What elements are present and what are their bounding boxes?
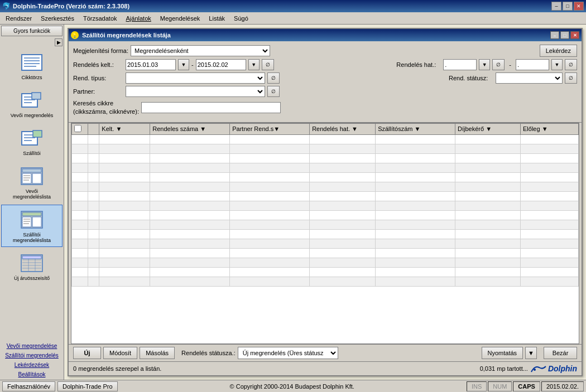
table-row[interactable] — [72, 229, 579, 239]
rendhatz-from-clear-btn[interactable]: ∅ — [492, 59, 505, 70]
table-row[interactable] — [72, 210, 579, 220]
rendkelt-from-input[interactable] — [126, 59, 176, 70]
svg-rect-0 — [22, 55, 42, 70]
link-szallitoi-megrendeles[interactable]: Szállítói megrendelés — [1, 351, 63, 360]
partner-select[interactable] — [126, 86, 265, 97]
col-rendsz-header[interactable]: Rendeles száma ▼ — [150, 123, 230, 134]
svg-rect-9 — [32, 93, 41, 99]
rendkelt-to-calendar-btn[interactable]: ▼ — [248, 59, 260, 70]
table-row[interactable] — [72, 144, 579, 153]
rendhatz-from-input[interactable] — [443, 59, 477, 70]
rendkelt-from-calendar-btn[interactable]: ▼ — [178, 59, 189, 70]
vevoi-icon — [18, 89, 45, 112]
table-row[interactable] — [72, 153, 579, 163]
copy-button[interactable]: Másolás — [140, 347, 175, 359]
rendkelt-clear-btn[interactable]: ∅ — [262, 59, 274, 70]
kereses-label: Keresés cikkre (cikkszámra, cikknévre): — [73, 99, 139, 117]
menu-megendelesek[interactable]: Megendelések — [156, 14, 205, 23]
table-row[interactable] — [72, 182, 579, 191]
col-partner-header[interactable]: Partner Rend.s▼ — [230, 123, 310, 134]
col-szallitoszam-header[interactable]: Szállítószám ▼ — [376, 123, 455, 134]
lekerdez-button[interactable]: Lekérdez — [540, 45, 577, 57]
rendstatusz-clear-btn[interactable]: ∅ — [565, 72, 577, 84]
inner-minimize-btn[interactable]: – — [550, 31, 559, 39]
rendhatz-to-calendar-btn[interactable]: ▼ — [551, 59, 563, 70]
link-beallitasok[interactable]: Beállítások — [1, 370, 63, 379]
svg-rect-14 — [33, 130, 42, 137]
caps-indicator: CAPS — [513, 381, 540, 391]
table-row[interactable] — [72, 248, 579, 258]
table-row[interactable] — [72, 258, 579, 267]
menu-szerkesztes[interactable]: Szerkesztés — [36, 14, 79, 23]
inner-maximize-btn[interactable]: □ — [560, 31, 569, 39]
szallitolista-label: Szállítói megrendeléslista — [13, 232, 51, 243]
title-bar: 🐬 Dolphin-TradePro (Verzió szám: 2.3.308… — [0, 0, 586, 12]
table-row[interactable] — [72, 267, 579, 277]
table-row[interactable] — [72, 191, 579, 201]
app-icon: 🐬 — [2, 2, 11, 10]
rendkelt-to-input[interactable] — [196, 59, 246, 70]
table-row[interactable] — [72, 163, 579, 172]
rendhatz-from-calendar-btn[interactable]: ▼ — [479, 59, 490, 70]
partner-clear-btn[interactable]: ∅ — [267, 86, 280, 97]
inner-title-bar: 💡 Szállítói megrendelések listája – □ ✕ — [69, 29, 582, 41]
sidebar-item-szallitolista[interactable]: Szállítói megrendeléslista — [1, 205, 63, 247]
rendtip-clear-btn[interactable]: ∅ — [267, 72, 280, 84]
print-dropdown-btn[interactable]: ▼ — [525, 347, 537, 359]
col-kelt-header[interactable]: Kelt. ▼ — [99, 123, 150, 134]
table-container[interactable]: Kelt. ▼ Rendeles száma ▼ Partner Rend.s▼… — [71, 123, 579, 344]
inner-window: 💡 Szállítói megrendelések listája – □ ✕ … — [68, 28, 583, 376]
maximize-button[interactable]: □ — [563, 2, 573, 11]
table-row[interactable] — [72, 239, 579, 248]
minimize-button[interactable]: – — [551, 2, 561, 11]
col-rendhat-header[interactable]: Rendelés hat. ▼ — [310, 123, 376, 134]
svg-rect-16 — [22, 169, 41, 172]
inner-close-btn[interactable]: ✕ — [570, 31, 579, 39]
select-all-checkbox[interactable] — [74, 125, 81, 132]
link-vevoi-megrendeles[interactable]: Vevői megrendelése — [1, 342, 63, 350]
svg-rect-25 — [32, 217, 41, 227]
sidebar-item-szallitoi[interactable]: Szállítói — [1, 123, 63, 160]
table-row[interactable] — [72, 220, 579, 229]
menu-ajanlatok[interactable]: Ajánlatok — [122, 14, 156, 23]
sidebar-item-vevoilista[interactable]: Vevői megrendeléslista — [1, 161, 63, 204]
table-row[interactable] — [72, 172, 579, 182]
num-indicator: NUM — [488, 381, 512, 391]
modify-button[interactable]: Módosít — [103, 347, 137, 359]
col-check[interactable] — [72, 123, 88, 134]
new-button[interactable]: Új — [73, 347, 101, 359]
menu-listak[interactable]: Listák — [204, 14, 229, 23]
table-row[interactable] — [72, 201, 579, 210]
taskbar-appname-btn[interactable]: Dolphin-Trade Pro — [57, 381, 117, 391]
rendhatz-to-input[interactable] — [516, 59, 549, 70]
close-button[interactable]: ✕ — [574, 2, 584, 11]
link-lekerdezesek[interactable]: Lekérdezések — [1, 361, 63, 369]
col-arrow — [88, 123, 99, 134]
rendhatz-to-clear-btn[interactable]: ∅ — [565, 59, 577, 70]
taskbar-username-btn[interactable]: Felhasználónév — [2, 381, 55, 391]
table-row[interactable] — [72, 134, 579, 144]
rendstatusz-select[interactable] — [496, 72, 563, 84]
megjelform-select[interactable]: Megrendelésenként Tételenként — [131, 45, 270, 56]
rendtip-select[interactable] — [126, 72, 265, 84]
sidebar-item-arusszeito[interactable]: Új áruösszeisítő — [1, 248, 63, 285]
col-eloleg-header[interactable]: Előleg ▼ — [521, 123, 579, 134]
menu-torzsadatok[interactable]: Törzsadatok — [79, 14, 122, 23]
szallitoi-label: Szállítói — [23, 151, 41, 156]
sidebar-item-vevoi[interactable]: Vevői megrendelés — [1, 85, 63, 122]
rendhatz-label: Rendelés hat.: — [396, 61, 441, 68]
col-dijbekero-header[interactable]: Díjbekérő ▼ — [455, 123, 521, 134]
kereses-input[interactable] — [141, 102, 281, 113]
megjelform-label: Megjelenítési forma: — [73, 47, 128, 54]
sidebar-collapse-btn[interactable]: ▶ — [55, 38, 63, 46]
sidebar-item-cikktorzs[interactable]: Cikktörzs — [1, 47, 63, 84]
table-row[interactable] — [72, 277, 579, 286]
menu-rendszer[interactable]: Rendszer — [1, 14, 36, 23]
close-button[interactable]: Bezár — [544, 347, 577, 359]
menu-sugo[interactable]: Súgó — [229, 14, 253, 23]
print-button[interactable]: Nyomtatás — [482, 347, 523, 359]
status-select[interactable]: Új megrendelés (Üres státusz — [238, 347, 338, 359]
status-label: Rendelés státusza.: — [181, 350, 236, 356]
quick-functions-button[interactable]: Gyors funkciók — [1, 26, 63, 36]
main-layout: Gyors funkciók ▶ Cikktörzs — [0, 25, 586, 380]
